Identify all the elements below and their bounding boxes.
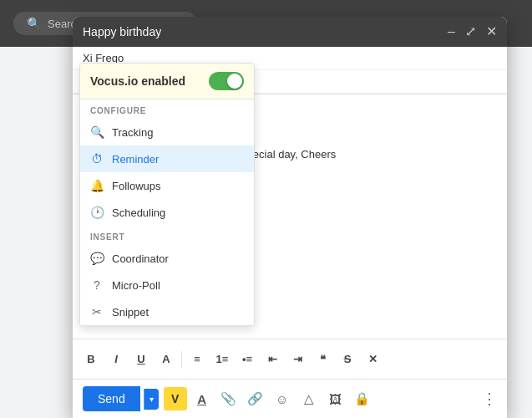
search-icon: 🔍 xyxy=(27,17,41,30)
coordinator-icon: 💬 xyxy=(90,252,104,265)
coordinator-item[interactable]: 💬 Coordinator xyxy=(80,245,254,272)
minimize-button[interactable]: – xyxy=(448,25,455,38)
vocus-title: Vocus.io enabled xyxy=(90,74,185,88)
micro-poll-label: Micro-Poll xyxy=(112,279,160,292)
vocus-toggle[interactable] xyxy=(209,72,244,90)
indent-more-button[interactable]: ⇥ xyxy=(286,348,309,371)
send-dropdown-button[interactable]: ▾ xyxy=(144,389,159,410)
snippet-item[interactable]: ✂ Snippet xyxy=(80,298,254,325)
snippet-label: Snippet xyxy=(112,306,149,319)
scheduling-icon: 🕐 xyxy=(90,206,104,219)
scheduling-item[interactable]: 🕐 Scheduling xyxy=(80,199,254,226)
toolbar-divider-1 xyxy=(181,351,182,368)
micro-poll-icon: ? xyxy=(90,278,104,292)
compose-window: Happy birthday – ⤢ ✕ Xi Frego Happy birt… xyxy=(73,17,507,418)
compose-controls: – ⤢ ✕ xyxy=(448,25,497,38)
font-color-button[interactable]: A xyxy=(155,348,178,371)
underline-button[interactable]: U xyxy=(129,348,153,371)
tracking-item[interactable]: 🔍 Tracking xyxy=(80,119,254,145)
compose-bottom-bar: Send ▾ V A 📎 🔗 ☺ △ 🖼 🔒 ⋮ xyxy=(73,379,507,418)
followups-label: Followups xyxy=(112,180,161,192)
scheduling-label: Scheduling xyxy=(112,206,165,219)
indent-less-button[interactable]: ⇤ xyxy=(261,348,284,371)
font-color-bottom-button[interactable]: A xyxy=(190,387,214,410)
reminder-icon: ⏱ xyxy=(90,152,104,166)
bullet-list-button[interactable]: •≡ xyxy=(236,348,259,371)
quote-button[interactable]: ❝ xyxy=(311,348,334,371)
insert-section-label: INSERT xyxy=(80,226,254,245)
maximize-button[interactable]: ⤢ xyxy=(465,25,476,38)
italic-button[interactable]: I xyxy=(104,348,128,371)
more-options-button[interactable]: ⋮ xyxy=(482,390,497,408)
strikethrough-button[interactable]: S xyxy=(336,348,359,371)
followups-item[interactable]: 🔔 Followups xyxy=(80,172,254,199)
close-button[interactable]: ✕ xyxy=(486,25,497,38)
lock-button[interactable]: 🔒 xyxy=(351,387,374,410)
remove-format-button[interactable]: ✕ xyxy=(361,348,384,371)
attach-button[interactable]: 📎 xyxy=(217,387,241,410)
vocus-header: Vocus.io enabled xyxy=(80,64,254,99)
toggle-track xyxy=(209,72,244,90)
formatting-toolbar: B I U A ≡ 1≡ •≡ ⇤ ⇥ ❝ S ✕ xyxy=(73,339,507,379)
photo-button[interactable]: 🖼 xyxy=(324,387,347,410)
configure-section-label: CONFIGURE xyxy=(80,99,254,119)
coordinator-label: Coordinator xyxy=(112,252,169,265)
numbered-list-button[interactable]: 1≡ xyxy=(210,348,234,371)
compose-title: Happy birthday xyxy=(83,25,161,38)
followups-icon: 🔔 xyxy=(90,179,104,192)
tracking-label: Tracking xyxy=(112,126,153,139)
reminder-item[interactable]: ⏱ Reminder xyxy=(80,145,254,172)
vocus-panel: Vocus.io enabled CONFIGURE 🔍 Tracking ⏱ … xyxy=(79,63,255,326)
toggle-thumb xyxy=(227,74,242,89)
compose-header: Happy birthday – ⤢ ✕ xyxy=(73,17,507,47)
vocus-v-button[interactable]: V xyxy=(164,387,187,410)
reminder-label: Reminder xyxy=(112,153,159,166)
snippet-icon: ✂ xyxy=(90,305,104,319)
send-button[interactable]: Send xyxy=(83,386,140,411)
emoji-button[interactable]: ☺ xyxy=(271,387,294,410)
link-button[interactable]: 🔗 xyxy=(244,387,267,410)
tracking-icon: 🔍 xyxy=(90,125,104,139)
micro-poll-item[interactable]: ? Micro-Poll xyxy=(80,272,254,298)
align-button[interactable]: ≡ xyxy=(185,348,209,371)
drive-button[interactable]: △ xyxy=(297,387,321,410)
bold-button[interactable]: B xyxy=(79,348,103,371)
